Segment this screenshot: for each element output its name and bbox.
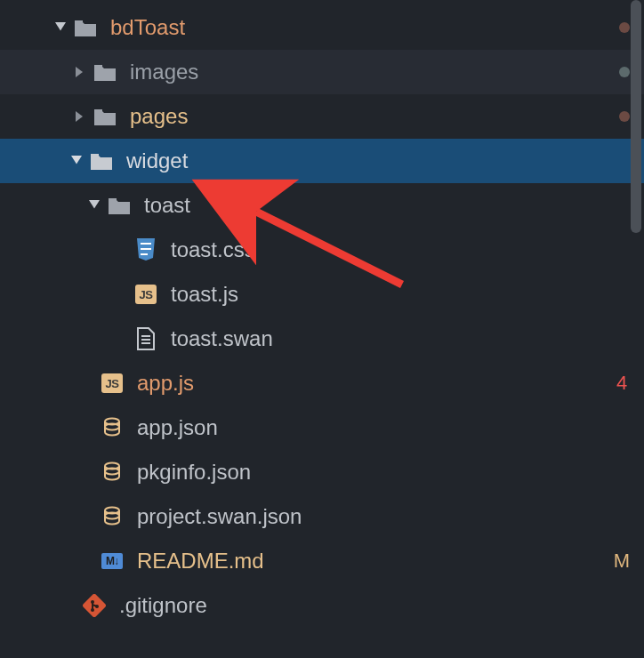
file-label: README.md <box>137 549 608 574</box>
file-label: app.js <box>137 371 608 396</box>
git-icon <box>82 593 107 618</box>
css-icon <box>133 237 158 262</box>
folder-label: widget <box>126 148 644 173</box>
svg-rect-1 <box>75 20 83 23</box>
svg-rect-3 <box>94 65 102 68</box>
tree-item-gitignore[interactable]: .gitignore <box>0 583 644 628</box>
tree-item-toast-css[interactable]: toast.css <box>0 228 644 272</box>
svg-marker-0 <box>55 22 66 31</box>
vcs-badge: M <box>608 550 635 573</box>
folder-label: toast <box>144 193 644 218</box>
folder-icon <box>93 104 117 129</box>
tree-item-toast[interactable]: toast <box>0 183 644 228</box>
vcs-dot <box>619 111 630 122</box>
file-label: toast.swan <box>171 326 644 351</box>
tree-item-images[interactable]: images <box>0 50 644 94</box>
folder-icon <box>107 193 132 218</box>
folder-label: pages <box>130 104 619 129</box>
chevron-down-icon <box>53 20 68 35</box>
svg-marker-8 <box>89 200 100 209</box>
file-tree: bdToast images pages widge <box>0 0 644 628</box>
file-label: toast.css <box>171 237 644 262</box>
tree-item-pages[interactable]: pages <box>0 94 644 139</box>
markdown-icon: M↓ <box>100 549 125 574</box>
file-label: pkginfo.json <box>137 460 644 485</box>
folder-icon <box>89 148 114 173</box>
tree-item-toast-swan[interactable]: toast.swan <box>0 317 644 361</box>
vcs-dot <box>619 67 630 77</box>
json-icon <box>100 415 125 440</box>
json-icon <box>100 460 125 485</box>
tree-item-readme[interactable]: M↓ README.md M <box>0 539 644 583</box>
document-icon <box>133 326 158 351</box>
svg-marker-6 <box>71 156 82 164</box>
tree-item-app-js[interactable]: JS app.js 4 <box>0 361 644 405</box>
svg-marker-2 <box>76 67 83 77</box>
svg-rect-7 <box>91 154 99 156</box>
js-icon: JS <box>133 282 158 307</box>
chevron-right-icon <box>73 109 87 124</box>
folder-label: bdToast <box>110 15 619 40</box>
chevron-down-icon <box>69 154 84 168</box>
file-label: project.swan.json <box>137 504 644 529</box>
tree-item-widget[interactable]: widget <box>0 139 644 183</box>
folder-label: images <box>130 60 619 84</box>
chevron-right-icon <box>73 65 87 79</box>
vcs-dot <box>619 22 630 33</box>
svg-marker-4 <box>76 111 83 122</box>
tree-item-project-swan-json[interactable]: project.swan.json <box>0 494 644 539</box>
js-icon: JS <box>100 371 125 396</box>
folder-icon <box>73 15 98 40</box>
svg-rect-5 <box>94 109 102 112</box>
tree-item-app-json[interactable]: app.json <box>0 405 644 450</box>
svg-rect-9 <box>109 198 117 201</box>
folder-icon <box>93 60 117 84</box>
tree-item-bdtoast[interactable]: bdToast <box>0 5 644 50</box>
file-label: app.json <box>137 415 644 440</box>
scrollbar[interactable] <box>631 0 641 233</box>
file-label: .gitignore <box>119 593 644 618</box>
json-icon <box>100 504 125 529</box>
chevron-down-icon <box>87 198 101 213</box>
tree-item-toast-js[interactable]: JS toast.js <box>0 272 644 317</box>
file-label: toast.js <box>171 282 644 307</box>
tree-item-pkginfo[interactable]: pkginfo.json <box>0 450 644 494</box>
vcs-badge: 4 <box>608 372 635 395</box>
